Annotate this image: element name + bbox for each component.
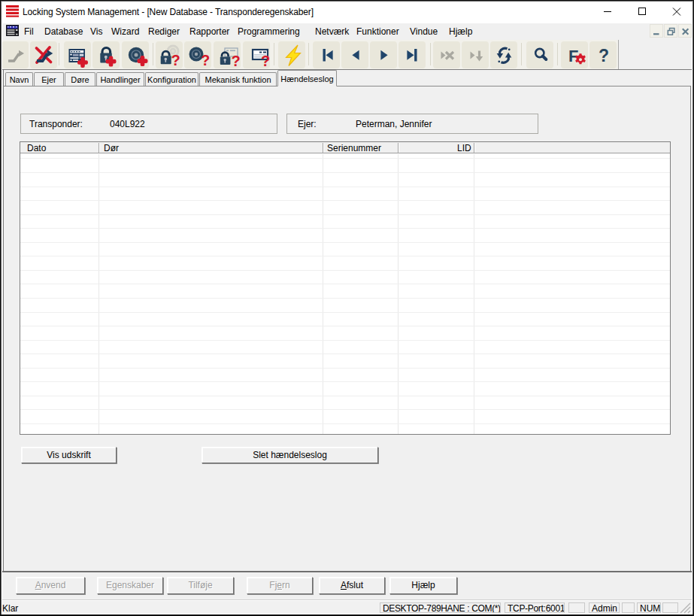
svg-text:?: ?	[599, 46, 609, 65]
svg-text:?: ?	[261, 53, 270, 69]
svg-text:?: ?	[231, 53, 240, 69]
svg-text:?: ?	[171, 52, 180, 68]
svg-text:?: ?	[201, 52, 210, 68]
